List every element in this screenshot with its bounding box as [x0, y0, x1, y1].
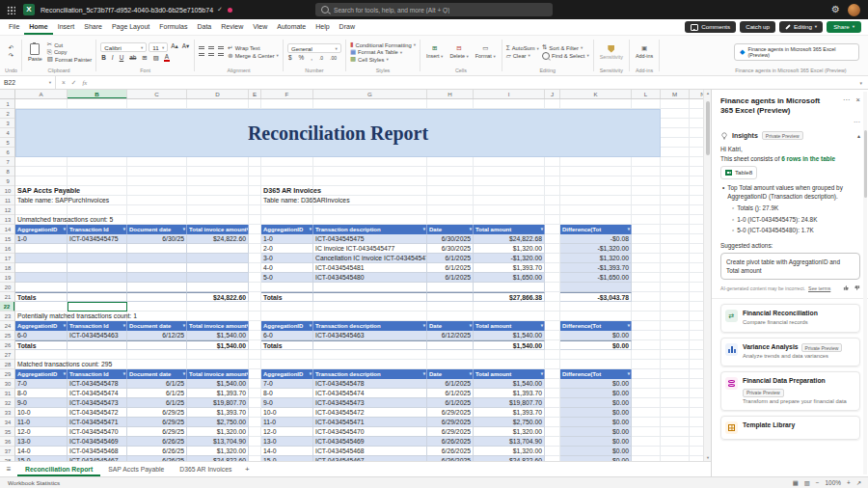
grid-cell[interactable]: ICT-0434545474 [68, 389, 127, 398]
formula-input[interactable] [93, 76, 854, 89]
paste-button[interactable]: Paste [26, 43, 44, 62]
decrease-decimal-button[interactable]: .0 [318, 55, 324, 61]
menu-insert[interactable]: Insert [53, 19, 80, 35]
grid-cell[interactable] [127, 283, 187, 292]
grid-cell[interactable]: Potentially matched transactions count: … [15, 312, 228, 321]
grid-cell[interactable]: 10-0 [15, 408, 68, 418]
sheet-list-menu-icon[interactable]: ≡ [0, 462, 17, 476]
grid-cell[interactable]: AggregationID▾ [15, 225, 68, 234]
filter-icon[interactable]: ▾ [628, 225, 630, 234]
filter-icon[interactable]: ▾ [628, 321, 630, 331]
share-button[interactable]: Share▾ [827, 21, 861, 33]
grid-cell[interactable]: $27,866.38 [474, 292, 545, 302]
grid-cell[interactable]: $0.00 [560, 408, 632, 418]
grid-cell[interactable]: Date▾ [427, 225, 474, 234]
grid-cell[interactable]: 9-0 [261, 398, 313, 408]
grid-cell[interactable] [68, 263, 127, 273]
grid-cell[interactable]: ICT-0434545469 [313, 437, 427, 447]
grid-cell[interactable]: 6/29/2025 [427, 427, 474, 437]
grid-cell[interactable]: Difference(Tot▾ [560, 321, 632, 331]
grid-cell[interactable]: ICT-0434545468 [68, 447, 127, 456]
column-header-N[interactable]: N [690, 90, 703, 99]
menu-draw[interactable]: Draw [335, 19, 360, 35]
grid-cell[interactable]: ICT-0434545473 [68, 398, 127, 408]
grid-cell[interactable]: $1,650.00 [474, 273, 545, 283]
grid-cell[interactable]: ICT-0434545472 [313, 408, 427, 418]
align-bottom-icon[interactable] [218, 46, 224, 51]
grid-cell[interactable] [68, 244, 127, 254]
row-header-28[interactable]: 28 [0, 360, 15, 369]
document-title[interactable]: Reconciliation_5c73b7f7-d952-4040-b3d0-6… [41, 7, 213, 14]
column-header-E[interactable]: E [249, 90, 261, 99]
grid-cell[interactable]: 6/30/2025 [427, 244, 474, 254]
grid-cell[interactable]: Total invoice amount▾ [187, 369, 249, 379]
grid-cell[interactable]: AggregationID▾ [261, 321, 313, 331]
strikethrough-button[interactable]: ab [128, 54, 137, 61]
grid-cell[interactable]: Total invoice amount▾ [187, 225, 249, 234]
grid-cell[interactable]: 5-0 [261, 273, 313, 283]
grid-cell[interactable]: -$0.08 [560, 234, 632, 244]
row-header-16[interactable]: 16 [0, 244, 15, 254]
grid-cell[interactable] [127, 273, 187, 283]
row-header-4[interactable]: 4 [0, 128, 15, 138]
scrollbar-thumb[interactable] [864, 130, 867, 198]
grid-cell[interactable]: $1,393.70 [474, 389, 545, 398]
grid-cell[interactable] [261, 283, 313, 292]
agent-card-variance-analysis[interactable]: Variance AnalysisPrivate Preview Analyze… [720, 338, 860, 366]
grid-cell[interactable] [68, 340, 127, 350]
grid-cell[interactable]: 6/30/2025 [427, 234, 474, 244]
grid-cell[interactable]: -$3,043.78 [560, 292, 632, 302]
add-sheet-button[interactable]: + [239, 462, 255, 476]
grid-cell[interactable]: $24,822.60 [187, 292, 249, 302]
row-header-2[interactable]: 2 [0, 109, 15, 119]
row-header-12[interactable]: 12 [0, 205, 15, 215]
sort-filter-button[interactable]: ⇅Sort & Filter▾ [542, 44, 589, 51]
addins-button[interactable]: ▣Add-ins [634, 45, 655, 59]
redo-icon[interactable]: ↷ [9, 53, 14, 60]
grid-cell[interactable] [187, 283, 249, 292]
grid-cell[interactable]: Document date▾ [127, 225, 187, 234]
collapse-chevron-icon[interactable]: ▴ [857, 132, 860, 139]
italic-button[interactable]: I [111, 54, 115, 61]
grid-cell[interactable] [187, 273, 249, 283]
grid-cell[interactable]: Transaction Id▾ [68, 225, 127, 234]
menu-view[interactable]: View [248, 19, 272, 35]
grid-cell[interactable]: $1,540.00 [474, 340, 545, 350]
grid-cell[interactable]: 2-0 [261, 244, 313, 254]
grid-cell[interactable] [68, 254, 127, 263]
grid-cell[interactable]: IC invoice ICT-0434545477 [313, 244, 427, 254]
filter-icon[interactable]: ▾ [64, 225, 66, 234]
select-all-corner[interactable] [0, 90, 15, 99]
menu-share[interactable]: Share [79, 19, 107, 35]
grid-cell[interactable]: 6/26/2025 [427, 437, 474, 447]
grid-cell[interactable]: Unmatched transactions count: 5 [15, 215, 228, 225]
menu-review[interactable]: Review [216, 19, 248, 35]
grid-cell[interactable]: ICT-0434545472 [68, 408, 127, 418]
menu-formulas[interactable]: Formulas [154, 19, 192, 35]
grid-cell[interactable] [187, 244, 249, 254]
grid-cell[interactable]: 8-0 [261, 389, 313, 398]
grid-cell[interactable]: $24,822.68 [474, 234, 545, 244]
agent-card-financial-data-preparation[interactable]: Financial Data PreparationPrivate Previe… [720, 371, 860, 412]
row-header-18[interactable]: 18 [0, 263, 15, 273]
comments-button[interactable]: Comments [685, 21, 736, 33]
grid-cell[interactable]: 4-0 [261, 263, 313, 273]
borders-button[interactable]: ⊞ [141, 54, 148, 62]
increase-font-button[interactable]: A▴ [170, 42, 178, 52]
table-chip[interactable]: Table8 [720, 166, 757, 178]
grid-cell[interactable]: 6/29/25 [127, 427, 187, 437]
merge-center-button[interactable]: ⊜Merge & Center▾ [228, 53, 279, 60]
grid-cell[interactable] [474, 283, 545, 292]
row-header-19[interactable]: 19 [0, 273, 15, 283]
grid-cell[interactable]: $0.00 [560, 447, 632, 456]
grid-cell[interactable]: Totals [15, 340, 68, 350]
sheet-tab-d365-ar-invoices[interactable]: D365 AR Invoices [172, 462, 239, 476]
row-header-20[interactable]: 20 [0, 283, 15, 292]
close-panel-icon[interactable]: × [856, 96, 860, 104]
align-middle-icon[interactable] [208, 46, 214, 51]
grid-cell[interactable]: Date▾ [427, 321, 474, 331]
grid-cell[interactable]: ICT-0434545463 [313, 331, 427, 340]
menu-page-layout[interactable]: Page Layout [107, 19, 154, 35]
grid-cell[interactable]: 6/1/2025 [427, 273, 474, 283]
conditional-formatting-button[interactable]: ▮Conditional Formatting▾ [350, 41, 416, 48]
